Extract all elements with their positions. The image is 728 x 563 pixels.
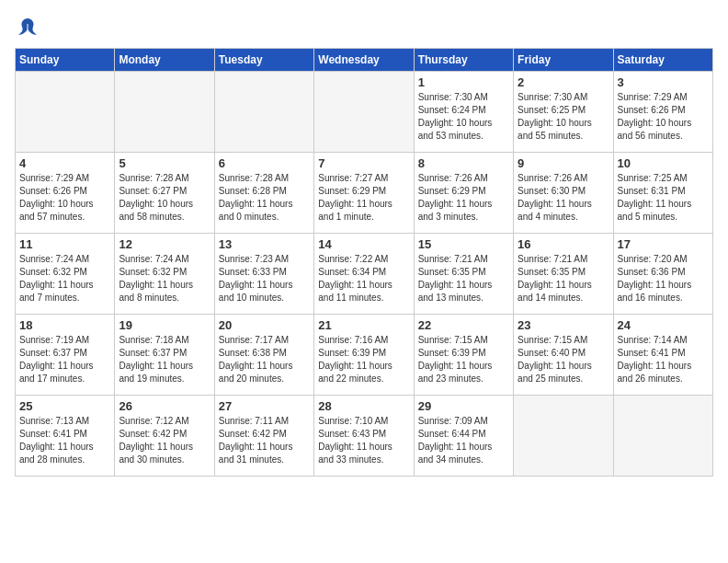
day-number: 10 [618, 156, 709, 170]
day-info: Sunrise: 7:26 AM Sunset: 6:30 PM Dayligh… [518, 172, 609, 224]
day-number: 15 [418, 237, 509, 251]
day-info: Sunrise: 7:24 AM Sunset: 6:32 PM Dayligh… [119, 253, 210, 304]
calendar-cell: 11Sunrise: 7:24 AM Sunset: 6:32 PM Dayli… [16, 234, 115, 315]
day-info: Sunrise: 7:24 AM Sunset: 6:32 PM Dayligh… [19, 253, 110, 304]
calendar-cell [613, 396, 712, 477]
day-number: 12 [119, 237, 210, 251]
day-number: 7 [318, 156, 409, 170]
calendar-week-row: 4Sunrise: 7:29 AM Sunset: 6:26 PM Daylig… [16, 153, 713, 234]
day-info: Sunrise: 7:21 AM Sunset: 6:35 PM Dayligh… [418, 253, 509, 304]
weekday-header-monday: Monday [115, 49, 214, 72]
calendar-cell: 25Sunrise: 7:13 AM Sunset: 6:41 PM Dayli… [16, 396, 115, 477]
day-info: Sunrise: 7:29 AM Sunset: 6:26 PM Dayligh… [618, 91, 709, 143]
day-info: Sunrise: 7:30 AM Sunset: 6:25 PM Dayligh… [518, 91, 609, 143]
day-info: Sunrise: 7:13 AM Sunset: 6:41 PM Dayligh… [19, 415, 110, 466]
day-info: Sunrise: 7:25 AM Sunset: 6:31 PM Dayligh… [618, 172, 709, 224]
logo-bird-icon [15, 15, 40, 40]
calendar-cell: 26Sunrise: 7:12 AM Sunset: 6:42 PM Dayli… [115, 396, 214, 477]
calendar-cell [115, 72, 214, 153]
calendar-table: SundayMondayTuesdayWednesdayThursdayFrid… [15, 48, 713, 477]
page-header [15, 15, 713, 40]
calendar-cell: 8Sunrise: 7:26 AM Sunset: 6:29 PM Daylig… [414, 153, 513, 234]
calendar-cell: 3Sunrise: 7:29 AM Sunset: 6:26 PM Daylig… [613, 72, 712, 153]
day-info: Sunrise: 7:12 AM Sunset: 6:42 PM Dayligh… [119, 415, 210, 466]
day-info: Sunrise: 7:16 AM Sunset: 6:39 PM Dayligh… [318, 334, 409, 385]
day-number: 9 [518, 156, 609, 170]
day-number: 26 [119, 399, 210, 413]
day-number: 21 [318, 318, 409, 332]
day-number: 1 [418, 75, 509, 89]
calendar-cell: 14Sunrise: 7:22 AM Sunset: 6:34 PM Dayli… [314, 234, 414, 315]
day-number: 5 [119, 156, 210, 170]
day-info: Sunrise: 7:26 AM Sunset: 6:29 PM Dayligh… [418, 172, 509, 224]
logo [15, 15, 44, 40]
day-number: 22 [418, 318, 509, 332]
calendar-cell: 7Sunrise: 7:27 AM Sunset: 6:29 PM Daylig… [314, 153, 414, 234]
day-number: 29 [418, 399, 509, 413]
day-info: Sunrise: 7:27 AM Sunset: 6:29 PM Dayligh… [318, 172, 409, 224]
calendar-cell [16, 72, 115, 153]
day-number: 6 [219, 156, 310, 170]
day-number: 19 [119, 318, 210, 332]
day-number: 11 [19, 237, 110, 251]
calendar-cell: 23Sunrise: 7:15 AM Sunset: 6:40 PM Dayli… [514, 315, 613, 396]
weekday-header-sunday: Sunday [16, 49, 115, 72]
calendar-cell: 16Sunrise: 7:21 AM Sunset: 6:35 PM Dayli… [514, 234, 613, 315]
calendar-cell: 10Sunrise: 7:25 AM Sunset: 6:31 PM Dayli… [613, 153, 712, 234]
day-info: Sunrise: 7:28 AM Sunset: 6:28 PM Dayligh… [219, 172, 310, 224]
calendar-cell: 24Sunrise: 7:14 AM Sunset: 6:41 PM Dayli… [613, 315, 712, 396]
calendar-cell: 1Sunrise: 7:30 AM Sunset: 6:24 PM Daylig… [414, 72, 513, 153]
calendar-cell: 17Sunrise: 7:20 AM Sunset: 6:36 PM Dayli… [613, 234, 712, 315]
day-info: Sunrise: 7:14 AM Sunset: 6:41 PM Dayligh… [618, 334, 709, 385]
day-number: 14 [318, 237, 409, 251]
day-info: Sunrise: 7:15 AM Sunset: 6:39 PM Dayligh… [418, 334, 509, 385]
calendar-cell [514, 396, 613, 477]
day-number: 23 [518, 318, 609, 332]
day-info: Sunrise: 7:10 AM Sunset: 6:43 PM Dayligh… [318, 415, 409, 466]
day-number: 24 [618, 318, 709, 332]
calendar-cell: 19Sunrise: 7:18 AM Sunset: 6:37 PM Dayli… [115, 315, 214, 396]
day-number: 8 [418, 156, 509, 170]
calendar-week-row: 1Sunrise: 7:30 AM Sunset: 6:24 PM Daylig… [16, 72, 713, 153]
calendar-week-row: 11Sunrise: 7:24 AM Sunset: 6:32 PM Dayli… [16, 234, 713, 315]
weekday-header-friday: Friday [514, 49, 613, 72]
calendar-cell: 22Sunrise: 7:15 AM Sunset: 6:39 PM Dayli… [414, 315, 513, 396]
day-number: 25 [19, 399, 110, 413]
day-number: 18 [19, 318, 110, 332]
weekday-header-wednesday: Wednesday [314, 49, 414, 72]
weekday-header-row: SundayMondayTuesdayWednesdayThursdayFrid… [16, 49, 713, 72]
calendar-week-row: 25Sunrise: 7:13 AM Sunset: 6:41 PM Dayli… [16, 396, 713, 477]
day-info: Sunrise: 7:22 AM Sunset: 6:34 PM Dayligh… [318, 253, 409, 304]
day-info: Sunrise: 7:09 AM Sunset: 6:44 PM Dayligh… [418, 415, 509, 466]
calendar-cell [214, 72, 313, 153]
day-info: Sunrise: 7:11 AM Sunset: 6:42 PM Dayligh… [219, 415, 310, 466]
day-info: Sunrise: 7:19 AM Sunset: 6:37 PM Dayligh… [19, 334, 110, 385]
day-info: Sunrise: 7:30 AM Sunset: 6:24 PM Dayligh… [418, 91, 509, 143]
weekday-header-saturday: Saturday [613, 49, 712, 72]
day-number: 27 [219, 399, 310, 413]
day-info: Sunrise: 7:29 AM Sunset: 6:26 PM Dayligh… [19, 172, 110, 224]
day-number: 20 [219, 318, 310, 332]
day-info: Sunrise: 7:18 AM Sunset: 6:37 PM Dayligh… [119, 334, 210, 385]
calendar-cell: 4Sunrise: 7:29 AM Sunset: 6:26 PM Daylig… [16, 153, 115, 234]
weekday-header-thursday: Thursday [414, 49, 513, 72]
calendar-cell: 29Sunrise: 7:09 AM Sunset: 6:44 PM Dayli… [414, 396, 513, 477]
calendar-cell: 27Sunrise: 7:11 AM Sunset: 6:42 PM Dayli… [214, 396, 313, 477]
calendar-cell: 18Sunrise: 7:19 AM Sunset: 6:37 PM Dayli… [16, 315, 115, 396]
day-info: Sunrise: 7:17 AM Sunset: 6:38 PM Dayligh… [219, 334, 310, 385]
calendar-cell: 9Sunrise: 7:26 AM Sunset: 6:30 PM Daylig… [514, 153, 613, 234]
calendar-cell: 13Sunrise: 7:23 AM Sunset: 6:33 PM Dayli… [214, 234, 313, 315]
calendar-cell: 2Sunrise: 7:30 AM Sunset: 6:25 PM Daylig… [514, 72, 613, 153]
weekday-header-tuesday: Tuesday [214, 49, 313, 72]
calendar-cell: 5Sunrise: 7:28 AM Sunset: 6:27 PM Daylig… [115, 153, 214, 234]
calendar-cell: 20Sunrise: 7:17 AM Sunset: 6:38 PM Dayli… [214, 315, 313, 396]
day-number: 28 [318, 399, 409, 413]
day-info: Sunrise: 7:21 AM Sunset: 6:35 PM Dayligh… [518, 253, 609, 304]
calendar-cell [314, 72, 414, 153]
day-number: 2 [518, 75, 609, 89]
calendar-week-row: 18Sunrise: 7:19 AM Sunset: 6:37 PM Dayli… [16, 315, 713, 396]
day-info: Sunrise: 7:23 AM Sunset: 6:33 PM Dayligh… [219, 253, 310, 304]
day-number: 4 [19, 156, 110, 170]
calendar-cell: 28Sunrise: 7:10 AM Sunset: 6:43 PM Dayli… [314, 396, 414, 477]
calendar-cell: 6Sunrise: 7:28 AM Sunset: 6:28 PM Daylig… [214, 153, 313, 234]
